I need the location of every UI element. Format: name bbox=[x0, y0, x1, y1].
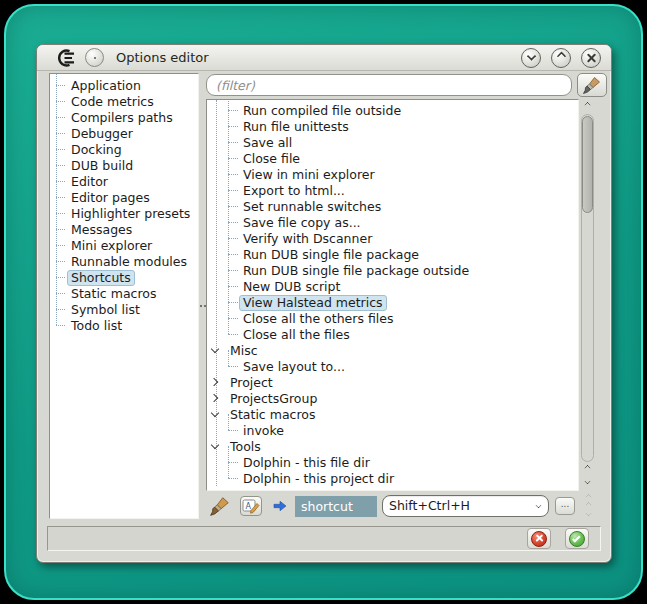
brush-icon bbox=[582, 75, 602, 95]
scroll-up-button-secondary[interactable] bbox=[579, 463, 596, 476]
tree-row-label: Save file copy as... bbox=[239, 215, 365, 231]
tree-row[interactable]: Export to html... bbox=[207, 182, 578, 198]
clear-filter-button[interactable] bbox=[577, 73, 607, 97]
accept-button[interactable] bbox=[565, 528, 589, 549]
titlebar[interactable]: Options editor bbox=[37, 45, 611, 71]
menu-dot-icon bbox=[94, 57, 96, 59]
cancel-icon bbox=[531, 531, 547, 547]
sidebar-item-label: Docking bbox=[67, 142, 126, 158]
sidebar-item[interactable]: Compilers paths bbox=[50, 109, 198, 125]
tree-row-label: Run DUB single file package bbox=[239, 247, 423, 263]
sidebar-item[interactable]: Shortcuts bbox=[50, 269, 198, 285]
shortcut-value-combo[interactable]: Shift+Ctrl+H bbox=[382, 495, 549, 517]
tree-row[interactable]: Run DUB single file package bbox=[207, 246, 578, 262]
tree-row[interactable]: Run DUB single file package outside bbox=[207, 262, 578, 278]
minimize-button[interactable] bbox=[521, 48, 541, 68]
tree-row-label: Save all bbox=[239, 135, 296, 151]
sidebar-item[interactable]: Code metrics bbox=[50, 93, 198, 109]
tree-row[interactable]: invoke bbox=[207, 422, 578, 438]
sidebar-item[interactable]: Todo list bbox=[50, 317, 198, 333]
property-scroll-indicator bbox=[581, 496, 596, 517]
tree-row[interactable]: New DUB script bbox=[207, 278, 578, 294]
tree-row-label: Run DUB single file package outside bbox=[239, 263, 473, 279]
tree-row[interactable]: Close all the files bbox=[207, 326, 578, 342]
sidebar-item-label: Editor pages bbox=[67, 190, 154, 206]
tree-row[interactable]: Save layout to... bbox=[207, 358, 578, 374]
tree-row-label: Set runnable switches bbox=[239, 199, 385, 215]
sidebar-item[interactable]: Messages bbox=[50, 221, 198, 237]
tree-row-label: View Halstead metrics bbox=[239, 295, 387, 311]
sidebar-item[interactable]: Debugger bbox=[50, 125, 198, 141]
sidebar-item-label: Todo list bbox=[67, 318, 126, 334]
clear-shortcut-button[interactable] bbox=[209, 495, 231, 517]
scroll-up-button[interactable] bbox=[579, 100, 596, 113]
scroll-down-button[interactable] bbox=[579, 476, 596, 489]
tree-row[interactable]: Dolphin - this file dir bbox=[207, 454, 578, 470]
vertical-scrollbar[interactable] bbox=[579, 99, 596, 491]
sidebar-item[interactable]: Docking bbox=[50, 141, 198, 157]
tree-row-label: ProjectsGroup bbox=[226, 391, 321, 407]
cancel-button[interactable] bbox=[527, 528, 551, 549]
sidebar-item[interactable]: Editor bbox=[50, 173, 198, 189]
tree-row[interactable]: Save all bbox=[207, 134, 578, 150]
tree-row-label: Run file unittests bbox=[239, 119, 353, 135]
desktop-background: Options editor Application Code metrics … bbox=[0, 0, 647, 604]
chevron-down-icon bbox=[526, 51, 536, 61]
scrollbar-thumb[interactable] bbox=[582, 116, 593, 213]
property-name-cell[interactable]: shortcut bbox=[295, 496, 377, 517]
tree-row[interactable]: Misc bbox=[207, 342, 578, 358]
chevron-up-icon bbox=[585, 501, 592, 508]
shortcut-value: Shift+Ctrl+H bbox=[389, 496, 536, 516]
tree-row-label: invoke bbox=[239, 423, 288, 439]
tree-row-label: Close all the others files bbox=[239, 311, 397, 327]
sidebar-item-label: Code metrics bbox=[67, 94, 158, 110]
splitter-handle[interactable] bbox=[199, 73, 206, 522]
sidebar-item[interactable]: Highlighter presets bbox=[50, 205, 198, 221]
sidebar-item[interactable]: DUB build bbox=[50, 157, 198, 173]
rename-icon: A bbox=[242, 498, 260, 514]
tree-row[interactable]: Close file bbox=[207, 150, 578, 166]
sidebar-item[interactable]: Runnable modules bbox=[50, 253, 198, 269]
close-button[interactable] bbox=[581, 48, 601, 68]
tree-row-label: Close all the files bbox=[239, 327, 354, 343]
tree-row-label: Save layout to... bbox=[239, 359, 349, 375]
check-icon bbox=[572, 534, 580, 542]
arrow-right-icon bbox=[273, 500, 287, 512]
tree-row[interactable]: View in mini explorer bbox=[207, 166, 578, 182]
tree-row[interactable]: Dolphin - this project dir bbox=[207, 470, 578, 486]
tree-row[interactable]: Tools bbox=[207, 438, 578, 454]
sidebar-item[interactable]: Editor pages bbox=[50, 189, 198, 205]
shortcuts-page: Run compiled file outside Run file unitt… bbox=[206, 73, 607, 522]
sidebar-item[interactable]: Symbol list bbox=[50, 301, 198, 317]
tree-row-label: View in mini explorer bbox=[239, 167, 379, 183]
sidebar-item[interactable]: Application bbox=[50, 77, 198, 93]
sidebar-item-label: DUB build bbox=[67, 158, 137, 174]
more-button[interactable]: ... bbox=[555, 497, 575, 515]
tree-row-label: Close file bbox=[239, 151, 304, 167]
window-menu-button[interactable] bbox=[85, 48, 104, 67]
scrollbar-track[interactable] bbox=[581, 114, 594, 462]
chevron-down-icon bbox=[584, 478, 591, 485]
tree-row[interactable]: Verify with Dscanner bbox=[207, 230, 578, 246]
rename-shortcut-button[interactable]: A bbox=[240, 496, 262, 516]
tree-row[interactable]: Save file copy as... bbox=[207, 214, 578, 230]
tree-row[interactable]: Set runnable switches bbox=[207, 198, 578, 214]
sidebar-item[interactable]: Static macros bbox=[50, 285, 198, 301]
shortcuts-tree: Run compiled file outside Run file unitt… bbox=[206, 99, 579, 491]
sidebar-item-label: Compilers paths bbox=[67, 110, 177, 126]
tree-row[interactable]: Run compiled file outside bbox=[207, 102, 578, 118]
sidebar-item[interactable]: Mini explorer bbox=[50, 237, 198, 253]
filter-input[interactable] bbox=[206, 74, 572, 96]
sidebar-item-label: Shortcuts bbox=[67, 270, 135, 286]
tree-row[interactable]: Run file unittests bbox=[207, 118, 578, 134]
tree-row[interactable]: Close all the others files bbox=[207, 310, 578, 326]
tree-row[interactable]: ProjectsGroup bbox=[207, 390, 578, 406]
filter-row bbox=[206, 73, 607, 97]
sidebar-item-label: Static macros bbox=[67, 286, 160, 302]
tree-row[interactable]: View Halstead metrics bbox=[207, 294, 578, 310]
maximize-button[interactable] bbox=[551, 48, 571, 68]
tree-row-label: Export to html... bbox=[239, 183, 349, 199]
sidebar-item-label: Runnable modules bbox=[67, 254, 191, 270]
tree-row[interactable]: Project bbox=[207, 374, 578, 390]
tree-row[interactable]: Static macros bbox=[207, 406, 578, 422]
